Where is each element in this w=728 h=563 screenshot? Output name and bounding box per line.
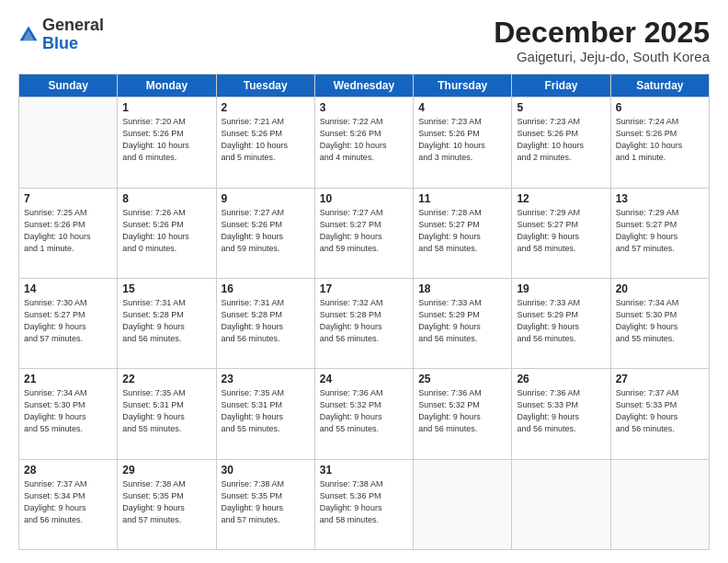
- day-info: Sunrise: 7:21 AM Sunset: 5:26 PM Dayligh…: [222, 116, 310, 164]
- day-info: Sunrise: 7:30 AM Sunset: 5:27 PM Dayligh…: [24, 297, 112, 345]
- day-number: 27: [616, 373, 704, 385]
- table-row: 17Sunrise: 7:32 AM Sunset: 5:28 PM Dayli…: [314, 278, 413, 368]
- col-sunday: Sunday: [19, 75, 118, 98]
- day-number: 3: [320, 101, 408, 114]
- day-number: 30: [222, 464, 310, 477]
- day-number: 19: [517, 282, 605, 295]
- table-row: 20Sunrise: 7:34 AM Sunset: 5:30 PM Dayli…: [610, 278, 709, 368]
- day-info: Sunrise: 7:35 AM Sunset: 5:31 PM Dayligh…: [122, 387, 210, 435]
- title-block: December 2025 Gaigeturi, Jeju-do, South …: [494, 17, 710, 64]
- day-number: 28: [24, 464, 112, 477]
- col-friday: Friday: [512, 75, 610, 98]
- month-title: December 2025: [494, 17, 710, 49]
- day-info: Sunrise: 7:36 AM Sunset: 5:33 PM Dayligh…: [517, 387, 605, 435]
- col-tuesday: Tuesday: [216, 75, 314, 98]
- day-number: 21: [24, 373, 112, 385]
- day-info: Sunrise: 7:23 AM Sunset: 5:26 PM Dayligh…: [517, 116, 605, 164]
- page: General Blue December 2025 Gaigeturi, Je…: [0, 0, 728, 563]
- calendar-header-row: Sunday Monday Tuesday Wednesday Thursday…: [19, 75, 710, 98]
- day-info: Sunrise: 7:24 AM Sunset: 5:26 PM Dayligh…: [616, 116, 704, 164]
- day-number: 11: [418, 192, 506, 205]
- table-row: 31Sunrise: 7:38 AM Sunset: 5:36 PM Dayli…: [314, 459, 413, 549]
- day-info: Sunrise: 7:37 AM Sunset: 5:34 PM Dayligh…: [24, 478, 112, 526]
- table-row: 22Sunrise: 7:35 AM Sunset: 5:31 PM Dayli…: [118, 369, 216, 459]
- table-row: 9Sunrise: 7:27 AM Sunset: 5:26 PM Daylig…: [216, 188, 314, 278]
- table-row: 6Sunrise: 7:24 AM Sunset: 5:26 PM Daylig…: [610, 98, 709, 188]
- calendar-week-row: 21Sunrise: 7:34 AM Sunset: 5:30 PM Dayli…: [19, 369, 710, 459]
- table-row: 30Sunrise: 7:38 AM Sunset: 5:35 PM Dayli…: [216, 459, 314, 549]
- day-info: Sunrise: 7:23 AM Sunset: 5:26 PM Dayligh…: [418, 116, 506, 164]
- day-info: Sunrise: 7:22 AM Sunset: 5:26 PM Dayligh…: [320, 116, 408, 164]
- day-info: Sunrise: 7:38 AM Sunset: 5:36 PM Dayligh…: [320, 478, 408, 526]
- day-info: Sunrise: 7:33 AM Sunset: 5:29 PM Dayligh…: [517, 297, 605, 345]
- table-row: 19Sunrise: 7:33 AM Sunset: 5:29 PM Dayli…: [512, 278, 610, 368]
- day-info: Sunrise: 7:25 AM Sunset: 5:26 PM Dayligh…: [24, 207, 112, 255]
- col-saturday: Saturday: [610, 75, 709, 98]
- day-info: Sunrise: 7:32 AM Sunset: 5:28 PM Dayligh…: [320, 297, 408, 345]
- table-row: 8Sunrise: 7:26 AM Sunset: 5:26 PM Daylig…: [118, 188, 216, 278]
- table-row: 2Sunrise: 7:21 AM Sunset: 5:26 PM Daylig…: [216, 98, 314, 188]
- day-number: 22: [122, 373, 210, 385]
- table-row: 10Sunrise: 7:27 AM Sunset: 5:27 PM Dayli…: [314, 188, 413, 278]
- calendar-table: Sunday Monday Tuesday Wednesday Thursday…: [18, 74, 710, 550]
- table-row: [19, 98, 118, 188]
- logo-blue: Blue: [42, 34, 78, 52]
- table-row: 15Sunrise: 7:31 AM Sunset: 5:28 PM Dayli…: [118, 278, 216, 368]
- logo-text: General Blue: [42, 17, 104, 53]
- day-number: 17: [320, 282, 408, 295]
- day-info: Sunrise: 7:27 AM Sunset: 5:26 PM Dayligh…: [222, 207, 310, 255]
- day-number: 6: [616, 101, 704, 114]
- day-number: 13: [616, 192, 704, 205]
- table-row: 4Sunrise: 7:23 AM Sunset: 5:26 PM Daylig…: [414, 98, 512, 188]
- day-number: 18: [418, 282, 506, 295]
- logo: General Blue: [18, 17, 104, 53]
- day-number: 31: [320, 464, 408, 477]
- table-row: [414, 459, 512, 549]
- day-number: 4: [418, 101, 506, 114]
- day-info: Sunrise: 7:29 AM Sunset: 5:27 PM Dayligh…: [616, 207, 704, 255]
- day-info: Sunrise: 7:38 AM Sunset: 5:35 PM Dayligh…: [222, 478, 310, 526]
- day-number: 29: [122, 464, 210, 477]
- col-monday: Monday: [118, 75, 216, 98]
- day-number: 5: [517, 101, 605, 114]
- day-info: Sunrise: 7:35 AM Sunset: 5:31 PM Dayligh…: [222, 387, 310, 435]
- calendar-week-row: 28Sunrise: 7:37 AM Sunset: 5:34 PM Dayli…: [19, 459, 710, 549]
- day-info: Sunrise: 7:36 AM Sunset: 5:32 PM Dayligh…: [418, 387, 506, 435]
- table-row: 18Sunrise: 7:33 AM Sunset: 5:29 PM Dayli…: [414, 278, 512, 368]
- calendar-week-row: 14Sunrise: 7:30 AM Sunset: 5:27 PM Dayli…: [19, 278, 710, 368]
- table-row: 11Sunrise: 7:28 AM Sunset: 5:27 PM Dayli…: [414, 188, 512, 278]
- day-info: Sunrise: 7:29 AM Sunset: 5:27 PM Dayligh…: [517, 207, 605, 255]
- table-row: 14Sunrise: 7:30 AM Sunset: 5:27 PM Dayli…: [19, 278, 118, 368]
- table-row: 29Sunrise: 7:38 AM Sunset: 5:35 PM Dayli…: [118, 459, 216, 549]
- calendar-week-row: 1Sunrise: 7:20 AM Sunset: 5:26 PM Daylig…: [19, 98, 710, 188]
- calendar-week-row: 7Sunrise: 7:25 AM Sunset: 5:26 PM Daylig…: [19, 188, 710, 278]
- table-row: 5Sunrise: 7:23 AM Sunset: 5:26 PM Daylig…: [512, 98, 610, 188]
- day-info: Sunrise: 7:33 AM Sunset: 5:29 PM Dayligh…: [418, 297, 506, 345]
- day-info: Sunrise: 7:34 AM Sunset: 5:30 PM Dayligh…: [616, 297, 704, 345]
- day-info: Sunrise: 7:26 AM Sunset: 5:26 PM Dayligh…: [122, 207, 210, 255]
- day-number: 2: [222, 101, 310, 114]
- table-row: 24Sunrise: 7:36 AM Sunset: 5:32 PM Dayli…: [314, 369, 413, 459]
- logo-icon: [18, 25, 39, 45]
- logo-general: General: [42, 16, 104, 34]
- day-info: Sunrise: 7:31 AM Sunset: 5:28 PM Dayligh…: [222, 297, 310, 345]
- day-number: 12: [517, 192, 605, 205]
- table-row: 27Sunrise: 7:37 AM Sunset: 5:33 PM Dayli…: [610, 369, 709, 459]
- table-row: 28Sunrise: 7:37 AM Sunset: 5:34 PM Dayli…: [19, 459, 118, 549]
- table-row: 3Sunrise: 7:22 AM Sunset: 5:26 PM Daylig…: [314, 98, 413, 188]
- day-number: 15: [122, 282, 210, 295]
- table-row: 25Sunrise: 7:36 AM Sunset: 5:32 PM Dayli…: [414, 369, 512, 459]
- header: General Blue December 2025 Gaigeturi, Je…: [18, 17, 710, 64]
- table-row: 23Sunrise: 7:35 AM Sunset: 5:31 PM Dayli…: [216, 369, 314, 459]
- day-number: 1: [122, 101, 210, 114]
- day-info: Sunrise: 7:34 AM Sunset: 5:30 PM Dayligh…: [24, 387, 112, 435]
- table-row: 7Sunrise: 7:25 AM Sunset: 5:26 PM Daylig…: [19, 188, 118, 278]
- day-info: Sunrise: 7:38 AM Sunset: 5:35 PM Dayligh…: [122, 478, 210, 526]
- day-number: 9: [222, 192, 310, 205]
- table-row: [610, 459, 709, 549]
- day-info: Sunrise: 7:27 AM Sunset: 5:27 PM Dayligh…: [320, 207, 408, 255]
- day-number: 7: [24, 192, 112, 205]
- day-info: Sunrise: 7:37 AM Sunset: 5:33 PM Dayligh…: [616, 387, 704, 435]
- col-thursday: Thursday: [414, 75, 512, 98]
- subtitle: Gaigeturi, Jeju-do, South Korea: [494, 49, 710, 64]
